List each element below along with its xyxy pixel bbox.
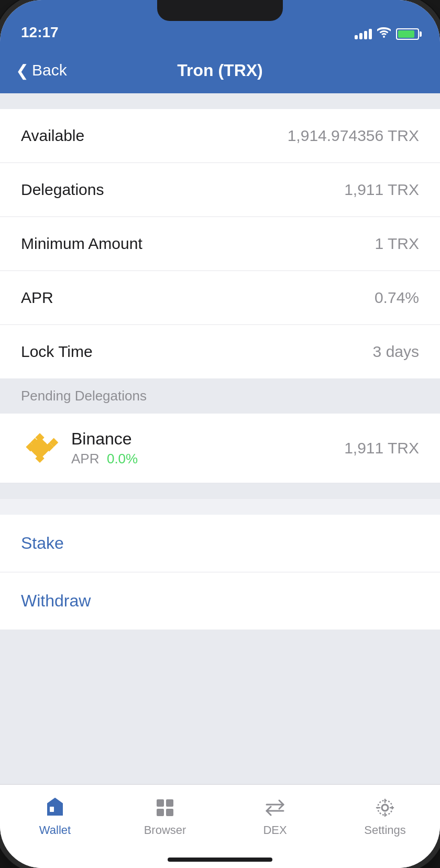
- tab-bar: Wallet Browser: [0, 784, 440, 868]
- browser-icon: [152, 795, 178, 820]
- info-row-delegations: Delegations 1,911 TRX: [0, 163, 440, 217]
- apr-label: APR: [21, 289, 53, 307]
- delegation-apr-value: 0.0%: [103, 451, 138, 466]
- withdraw-label: Withdraw: [21, 591, 91, 610]
- wifi-icon: [377, 27, 391, 41]
- tab-wallet[interactable]: Wallet: [0, 795, 110, 837]
- info-row-available: Available 1,914.974356 TRX: [0, 109, 440, 163]
- svg-rect-12: [50, 807, 54, 812]
- wallet-tab-label: Wallet: [39, 823, 71, 837]
- phone-frame: 12:17 ❮: [0, 0, 440, 868]
- tab-settings[interactable]: Settings: [330, 795, 440, 837]
- tab-dex[interactable]: DEX: [220, 795, 330, 837]
- dex-icon: [262, 795, 288, 820]
- notch: [157, 0, 283, 21]
- bottom-spacer: [0, 630, 440, 784]
- info-row-locktime: Lock Time 3 days: [0, 325, 440, 378]
- locktime-label: Lock Time: [21, 343, 93, 361]
- mid-spacer: [0, 483, 440, 499]
- delegation-amount: 1,911 TRX: [344, 439, 419, 457]
- svg-rect-15: [157, 809, 164, 816]
- svg-rect-16: [166, 809, 173, 816]
- delegations-value: 1,911 TRX: [344, 181, 419, 199]
- apr-value: 0.74%: [375, 289, 419, 307]
- settings-tab-label: Settings: [364, 823, 406, 837]
- phone-screen: 12:17 ❮: [0, 0, 440, 868]
- minimum-label: Minimum Amount: [21, 235, 142, 253]
- home-indicator: [168, 858, 272, 862]
- withdraw-button[interactable]: Withdraw: [0, 572, 440, 630]
- delegation-name: Binance: [71, 429, 344, 449]
- apr-text-label: APR: [71, 451, 99, 466]
- dex-tab-label: DEX: [263, 823, 287, 837]
- binance-logo-icon: [21, 429, 59, 467]
- stake-button[interactable]: Stake: [0, 515, 440, 572]
- settings-icon: [372, 795, 398, 820]
- back-chevron-icon: ❮: [16, 61, 29, 80]
- delegations-label: Delegations: [21, 181, 104, 199]
- page-title: Tron (TRX): [177, 61, 263, 80]
- available-value: 1,914.974356 TRX: [288, 127, 419, 145]
- action-list: Stake Withdraw: [0, 515, 440, 630]
- locktime-value: 3 days: [373, 343, 419, 361]
- info-row-minimum: Minimum Amount 1 TRX: [0, 217, 440, 271]
- available-label: Available: [21, 127, 84, 145]
- pending-header-text: Pending Delegations: [21, 388, 147, 404]
- delegation-info: Binance APR 0.0%: [71, 429, 344, 467]
- top-spacer: [0, 93, 440, 109]
- minimum-value: 1 TRX: [375, 235, 419, 253]
- info-row-apr: APR 0.74%: [0, 271, 440, 325]
- battery-icon: [396, 28, 419, 40]
- browser-tab-label: Browser: [144, 823, 186, 837]
- delegation-apr: APR 0.0%: [71, 451, 344, 467]
- wallet-icon: [42, 795, 68, 820]
- signal-icon: [355, 29, 372, 39]
- svg-rect-13: [157, 799, 164, 807]
- info-list: Available 1,914.974356 TRX Delegations 1…: [0, 109, 440, 378]
- tab-browser[interactable]: Browser: [110, 795, 220, 837]
- stake-label: Stake: [21, 534, 64, 552]
- back-button[interactable]: ❮ Back: [16, 61, 67, 80]
- back-label: Back: [32, 61, 67, 79]
- delegation-item-binance[interactable]: Binance APR 0.0% 1,911 TRX: [0, 414, 440, 483]
- svg-point-21: [382, 805, 388, 811]
- nav-header: ❮ Back Tron (TRX): [0, 47, 440, 93]
- content-area: Available 1,914.974356 TRX Delegations 1…: [0, 93, 440, 784]
- status-icons: [355, 12, 419, 41]
- svg-rect-14: [166, 799, 173, 807]
- pending-delegations-header: Pending Delegations: [0, 378, 440, 414]
